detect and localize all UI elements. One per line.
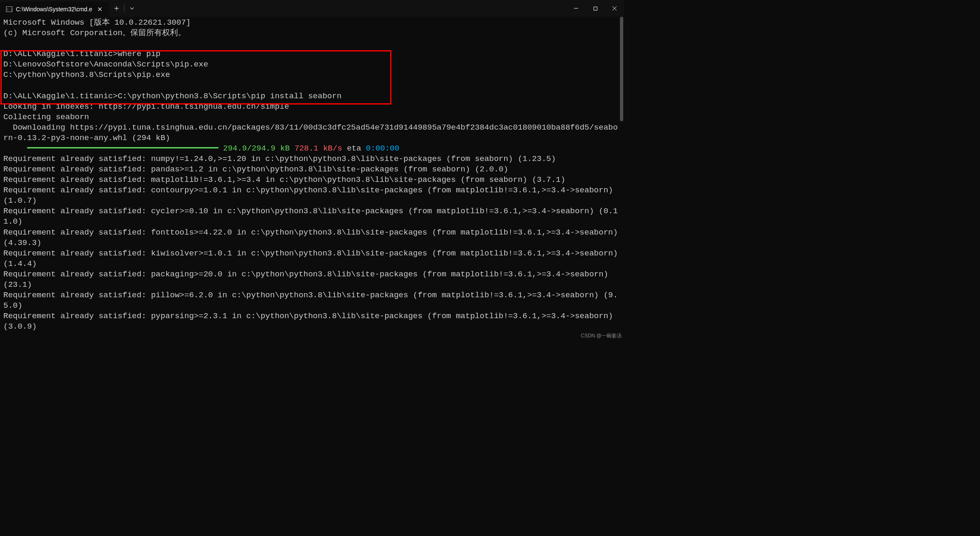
requirement-line: Requirement already satisfied: numpy!=1.…: [3, 154, 556, 163]
requirement-line: Requirement already satisfied: pandas>=1…: [3, 165, 508, 174]
progress-eta-label: eta: [342, 144, 366, 153]
tab-close-button[interactable]: [96, 5, 104, 13]
prompt-where-pip: D:\ALL\Kaggle\1.titanic>where pip: [3, 49, 160, 59]
terminal-output[interactable]: Microsoft Windows [版本 10.0.22621.3007] (…: [0, 17, 624, 341]
maximize-button[interactable]: [586, 0, 605, 17]
scrollbar-vertical[interactable]: [619, 17, 624, 341]
tab-title: C:\Windows\System32\cmd.e: [16, 6, 92, 13]
requirement-line: Requirement already satisfied: pyparsing…: [3, 311, 618, 331]
titlebar-drag-area[interactable]: [140, 0, 566, 17]
where-pip-output-1: D:\LenovoSoftstore\Anaconda\Scripts\pip.…: [3, 60, 208, 69]
requirement-line: Requirement already satisfied: pillow>=6…: [3, 291, 618, 310]
watermark: CSDN @一碗姜汤: [581, 332, 622, 339]
progress-size: 294.9/294.9 kB: [218, 144, 290, 153]
prompt-pip-install: D:\ALL\Kaggle\1.titanic>C:\python\python…: [3, 92, 342, 101]
pip-looking-indexes: Looking in indexes: https://pypi.tuna.ts…: [3, 102, 289, 111]
new-tab-button[interactable]: [109, 0, 124, 17]
cmd-icon: C:\: [6, 6, 13, 13]
requirement-line: Requirement already satisfied: matplotli…: [3, 175, 565, 184]
requirement-line: Requirement already satisfied: cycler>=0…: [3, 207, 618, 226]
where-pip-output-2: C:\python\python3.8\Scripts\pip.exe: [3, 70, 170, 79]
pip-collecting: Collecting seaborn: [3, 112, 89, 122]
minimize-button[interactable]: [566, 0, 586, 17]
header-line-2: (c) Microsoft Corporation。保留所有权利。: [3, 28, 186, 38]
requirement-line: Requirement already satisfied: packaging…: [3, 270, 613, 289]
progress-speed: 728.1 kB/s: [290, 144, 342, 153]
svg-text:C:\: C:\: [7, 8, 13, 11]
header-line-1: Microsoft Windows [版本 10.0.22621.3007]: [3, 18, 190, 27]
close-button[interactable]: [605, 0, 624, 17]
requirement-line: Requirement already satisfied: fonttools…: [3, 228, 622, 248]
progress-eta: 0:00:00: [366, 144, 399, 153]
titlebar: C:\ C:\Windows\System32\cmd.e: [0, 0, 624, 17]
svg-rect-2: [594, 7, 597, 10]
window-controls: [566, 0, 624, 17]
scrollbar-thumb[interactable]: [620, 17, 623, 121]
pip-downloading: Downloading https://pypi.tuna.tsinghua.e…: [3, 123, 618, 143]
requirement-line: Requirement already satisfied: contourpy…: [3, 186, 618, 205]
progress-bar: ━━━━━━━━━━━━━━━━━━━━━━━━━━━━━━━━━━━━━━━━: [3, 143, 218, 154]
tab-active[interactable]: C:\ C:\Windows\System32\cmd.e: [0, 2, 109, 17]
requirement-line: Requirement already satisfied: kiwisolve…: [3, 249, 622, 268]
tab-dropdown-button[interactable]: [124, 0, 140, 17]
